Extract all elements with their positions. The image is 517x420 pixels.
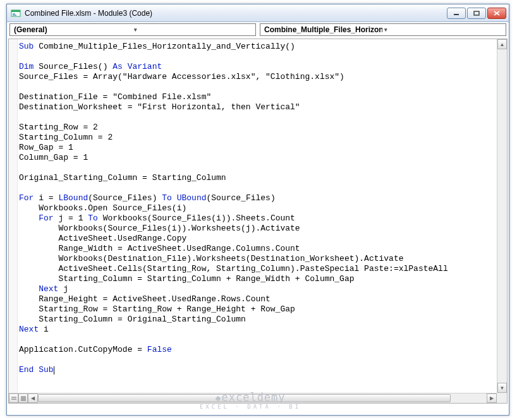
chevron-down-icon: ▾ bbox=[382, 27, 504, 33]
vba-code-window: Combined File.xlsm - Module3 (Code) (Gen… bbox=[6, 4, 509, 416]
titlebar: Combined File.xlsm - Module3 (Code) bbox=[7, 4, 509, 22]
full-module-view-button[interactable] bbox=[18, 393, 28, 403]
svg-rect-1 bbox=[11, 10, 20, 12]
text-cursor bbox=[54, 366, 54, 375]
object-dropdown[interactable]: (General) ▾ bbox=[9, 23, 256, 36]
scroll-right-button[interactable]: ▶ bbox=[487, 393, 497, 403]
scroll-down-button[interactable]: ▼ bbox=[497, 383, 507, 393]
scrollbar-thumb[interactable] bbox=[38, 394, 451, 402]
svg-rect-5 bbox=[474, 11, 479, 15]
scrollbar-track[interactable] bbox=[38, 393, 487, 403]
margin-indicator-bar bbox=[9, 39, 18, 393]
watermark-sub: EXCEL · DATA · BI bbox=[7, 402, 494, 411]
procedure-view-button[interactable] bbox=[9, 393, 18, 403]
vba-window-icon bbox=[11, 8, 21, 18]
scroll-up-button[interactable]: ▲ bbox=[497, 39, 507, 49]
minimize-button[interactable] bbox=[447, 8, 466, 19]
code-pane: Sub Combine_Multiple_Files_Horizontally_… bbox=[8, 39, 508, 404]
dropdown-bar: (General) ▾ Combine_Multiple_Files_Horiz… bbox=[7, 22, 509, 37]
vertical-scrollbar[interactable]: ▲ ▼ bbox=[497, 39, 507, 393]
scrollbar-corner bbox=[497, 393, 507, 403]
code-text: Sub Combine_Multiple_Files_Horizontally_… bbox=[18, 39, 497, 375]
view-toggle-buttons bbox=[9, 393, 28, 403]
chevron-down-icon: ▾ bbox=[132, 27, 254, 33]
procedure-dropdown-value: Combine_Multiple_Files_Horizontally_and_… bbox=[264, 25, 382, 34]
code-editor[interactable]: Sub Combine_Multiple_Files_Horizontally_… bbox=[18, 39, 497, 393]
maximize-button[interactable] bbox=[467, 8, 486, 19]
window-title: Combined File.xlsm - Module3 (Code) bbox=[25, 9, 446, 18]
object-dropdown-value: (General) bbox=[14, 25, 132, 34]
procedure-dropdown[interactable]: Combine_Multiple_Files_Horizontally_and_… bbox=[260, 23, 506, 36]
scroll-left-button[interactable]: ◀ bbox=[28, 393, 38, 403]
horizontal-scrollbar[interactable]: ◀ ▶ bbox=[28, 393, 497, 403]
close-button[interactable] bbox=[487, 8, 506, 19]
